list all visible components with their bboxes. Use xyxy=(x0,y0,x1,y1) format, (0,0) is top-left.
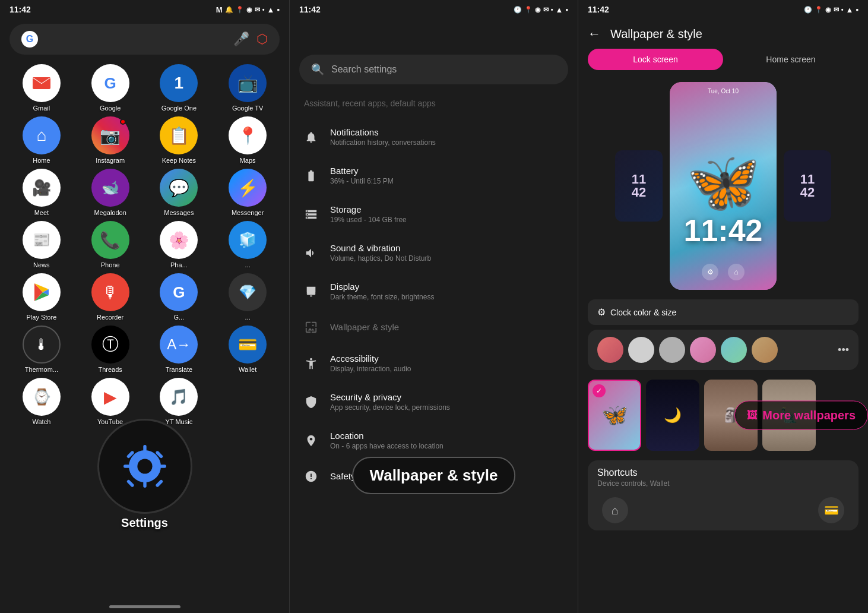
meet-label: Meet xyxy=(34,209,49,216)
battery-icon-settings: ▪ xyxy=(565,5,568,14)
status-icons-wallpaper: 🕐 📍 ◉ ✉ • ▲ ▪ xyxy=(804,5,859,14)
swatch-brown-tan[interactable] xyxy=(752,337,778,363)
google-tv-label: Google TV xyxy=(232,105,263,112)
translate-icon: A→ xyxy=(160,326,198,364)
preview-thumb-left[interactable]: 11 42 xyxy=(615,150,663,222)
settings-item-display[interactable]: Display Dark theme, font size, brightnes… xyxy=(290,272,578,311)
settings-item-accessibility[interactable]: Accessibility Display, interaction, audi… xyxy=(290,344,578,383)
more-wallpapers-button[interactable]: 🖼 More wallpapers xyxy=(734,401,868,430)
swatch-light-gray[interactable] xyxy=(628,337,654,363)
mic-icon[interactable]: 🎤 xyxy=(233,31,249,47)
app-placeholder-row4[interactable]: 🧊 ... xyxy=(216,221,280,268)
wifi-icon: ▲ xyxy=(267,5,275,14)
gm-wp-icon: ✉ xyxy=(834,6,839,14)
settings-item-location[interactable]: Location On - 6 apps have access to loca… xyxy=(290,421,578,460)
storage-icon xyxy=(304,207,318,222)
settings-item-security[interactable]: Security & privacy App security, device … xyxy=(290,383,578,421)
svg-rect-9 xyxy=(123,465,132,467)
status-icons-home: M 🔔 📍 ◉ ✉ • ▲ ▪ xyxy=(216,5,280,14)
app-google-one[interactable]: 1 Google One xyxy=(147,64,211,112)
clock-color-label: Clock color & size xyxy=(610,308,676,317)
carrier-m: M xyxy=(216,5,223,14)
tab-home-screen[interactable]: Home screen xyxy=(723,49,859,70)
settings-circle[interactable] xyxy=(97,419,192,514)
dots-icon-status: • xyxy=(551,6,553,13)
app-translate[interactable]: A→ Translate xyxy=(147,326,211,373)
app-g-placeholder[interactable]: G G... xyxy=(147,273,211,321)
settings-item-wallpaper[interactable]: Wallpaper & style xyxy=(290,311,578,344)
shortcut-card-icon[interactable]: 💳 xyxy=(818,497,844,523)
app-google[interactable]: G Google xyxy=(78,64,142,112)
wallpaper-thumb-butterfly[interactable]: 🦋 ✓ xyxy=(588,380,641,451)
app-youtube[interactable]: ▶ YouTube xyxy=(78,378,142,425)
status-time-wallpaper: 11:42 xyxy=(588,5,609,14)
instagram-label: Instagram xyxy=(96,157,125,164)
wifi-wp-icon: ▲ xyxy=(846,5,854,14)
panel-wallpaper: 11:42 🕐 📍 ◉ ✉ • ▲ ▪ ← Wallpaper & style … xyxy=(578,0,868,613)
app-home[interactable]: ⌂ Home xyxy=(9,116,74,164)
wallpaper-page-header: ← Wallpaper & style xyxy=(578,19,868,46)
notifications-title: Notifications xyxy=(330,127,563,137)
app-gmail[interactable]: Gmail xyxy=(9,64,74,112)
app-instagram[interactable]: 📷 Instagram xyxy=(78,116,142,164)
accessibility-text: Accessibility Display, interaction, audi… xyxy=(330,353,563,373)
back-button[interactable]: ← xyxy=(588,26,601,42)
maps-label: Maps xyxy=(240,157,256,164)
status-bar-settings: 11:42 🕐 📍 ◉ ✉ • ▲ ▪ xyxy=(290,0,578,19)
settings-item-sound[interactable]: Sound & vibration Volume, haptics, Do No… xyxy=(290,233,578,272)
settings-item-battery[interactable]: Battery 36% - Until 6:15 PM xyxy=(290,156,578,195)
settings-item-notifications[interactable]: Notifications Notification history, conv… xyxy=(290,118,578,156)
play-store-label: Play Store xyxy=(27,314,57,321)
recorder-icon: 🎙 xyxy=(91,273,129,311)
app-keep[interactable]: 📋 Keep Notes xyxy=(147,116,211,164)
settings-search-bar[interactable]: 🔍 Search settings xyxy=(299,55,568,84)
google-one-label: Google One xyxy=(161,105,197,112)
settings-overlay[interactable]: Settings xyxy=(97,419,192,530)
tab-lock-screen[interactable]: Lock screen xyxy=(588,49,723,70)
swatch-teal[interactable] xyxy=(721,337,747,363)
preview-thumb-right[interactable]: 11 42 xyxy=(784,150,831,222)
app-messages[interactable]: 💬 Messages xyxy=(147,169,211,216)
settings-item-storage[interactable]: Storage 19% used - 104 GB free xyxy=(290,195,578,233)
app-news[interactable]: 📰 News xyxy=(9,221,74,268)
google-tv-icon: 📺 xyxy=(229,64,267,102)
g-placeholder-label: G... xyxy=(174,314,185,321)
keep-label: Keep Notes xyxy=(162,157,196,164)
app-photos[interactable]: 🌸 Pha... xyxy=(147,221,211,268)
app-phone[interactable]: 📞 Phone xyxy=(78,221,142,268)
more-colors-button[interactable]: ••• xyxy=(838,344,849,356)
google-search-bar[interactable]: G 🎤 ⬡ xyxy=(9,24,280,55)
photos-icon: 🌸 xyxy=(160,221,198,259)
clock-color-size-btn[interactable]: ⚙ Clock color & size xyxy=(588,299,859,325)
app-megalodon[interactable]: 🐋 Megalodon xyxy=(78,169,142,216)
app-threads[interactable]: Ⓣ Threads xyxy=(78,326,142,373)
swatch-pink-warm[interactable] xyxy=(597,337,623,363)
youtube-icon: ▶ xyxy=(91,378,129,416)
keep-icon: 📋 xyxy=(160,116,198,154)
wallpaper-thumb-dark1[interactable]: 🌙 xyxy=(646,380,699,451)
lens-icon[interactable]: ⬡ xyxy=(256,31,268,47)
app-yt-music[interactable]: 🎵 YT Music xyxy=(147,378,211,425)
google-one-icon: 1 xyxy=(160,64,198,102)
sound-title: Sound & vibration xyxy=(330,243,563,253)
app-meet[interactable]: 🎥 Meet xyxy=(9,169,74,216)
app-wallet[interactable]: 💳 Wallet xyxy=(216,326,280,373)
app-watch[interactable]: ⌚ Watch xyxy=(9,378,74,425)
app-recorder[interactable]: 🎙 Recorder xyxy=(78,273,142,321)
app-thermostat[interactable]: 🌡 Thermom... xyxy=(9,326,74,373)
app-maps[interactable]: 📍 Maps xyxy=(216,116,280,164)
search-magnifier-icon: 🔍 xyxy=(311,63,324,76)
preview-main-wallpaper[interactable]: 🦋 Tue, Oct 10 11:42 ⚙ ⌂ xyxy=(670,82,777,290)
app-play-store[interactable]: Play Store xyxy=(9,273,74,321)
wifi-icon-settings: ▲ xyxy=(556,5,563,14)
location-status-icon: 📍 xyxy=(236,6,244,14)
wallpaper-thumbs-row: 🦋 ✓ 🌙 🗿 🗽 🖼 More wallpapers xyxy=(578,375,868,456)
swatch-medium-gray[interactable] xyxy=(659,337,685,363)
svg-rect-10 xyxy=(157,465,166,467)
app-placeholder-5th[interactable]: 💎 ... xyxy=(216,273,280,321)
swatch-pink-light[interactable] xyxy=(690,337,716,363)
app-google-tv[interactable]: 📺 Google TV xyxy=(216,64,280,112)
app-messenger[interactable]: ⚡ Messenger xyxy=(216,169,280,216)
threads-label: Threads xyxy=(98,366,122,373)
shortcut-home-icon[interactable]: ⌂ xyxy=(602,497,628,523)
